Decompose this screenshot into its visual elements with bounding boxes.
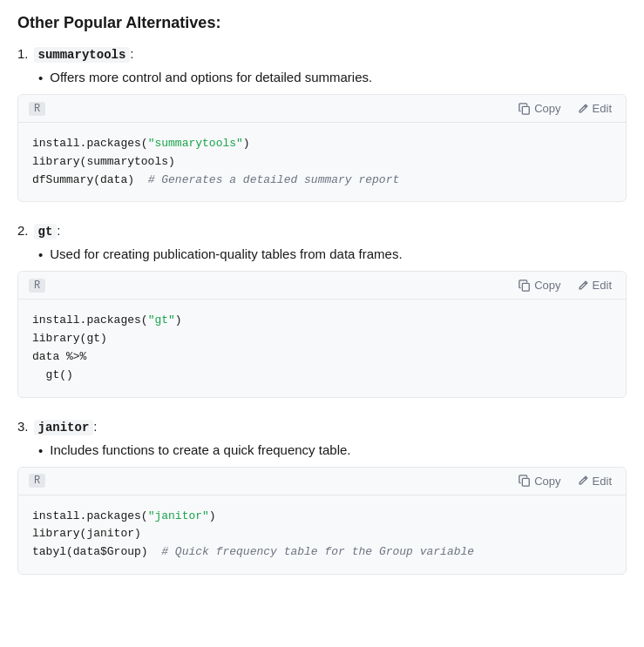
section-number: 2.	[17, 223, 29, 238]
code-line: library(janitor)	[32, 525, 612, 543]
code-actions: CopyEdit	[515, 473, 615, 489]
code-token: tabyl(data$Group)	[32, 545, 161, 558]
edit-label: Edit	[593, 279, 612, 292]
code-actions: CopyEdit	[515, 277, 615, 293]
svg-rect-0	[523, 106, 530, 114]
bullet-description: Used for creating publication-quality ta…	[50, 246, 402, 261]
alternatives-list: 1.summarytools:•Offers more control and …	[17, 46, 627, 575]
page-heading: Other Popular Alternatives:	[17, 14, 627, 32]
copy-button[interactable]: Copy	[515, 100, 564, 117]
bullet-dot: •	[38, 247, 43, 262]
lang-badge: R	[29, 279, 45, 293]
code-block: RCopyEditinstall.packages("gt")library(g…	[17, 271, 627, 397]
bullet-item: •Offers more control and options for det…	[38, 70, 627, 85]
section-title: 2.gt:	[17, 223, 627, 239]
code-token: # Quick frequency table for the Group va…	[161, 545, 474, 558]
edit-icon	[577, 103, 589, 115]
code-token: )	[243, 137, 250, 150]
code-token: "summarytools"	[148, 137, 243, 150]
alternative-item: 1.summarytools:•Offers more control and …	[17, 46, 627, 202]
bullet-dot: •	[38, 71, 43, 85]
code-line: install.packages("summarytools")	[32, 135, 612, 153]
code-token: library(gt)	[32, 332, 107, 345]
code-line: data %>%	[32, 348, 612, 367]
section-colon: :	[130, 46, 133, 61]
code-body: install.packages("summarytools")library(…	[18, 123, 626, 201]
copy-label: Copy	[534, 102, 560, 115]
code-block: RCopyEditinstall.packages("janitor")libr…	[17, 467, 627, 575]
lang-badge: R	[29, 474, 45, 488]
code-token: )	[209, 509, 216, 522]
section-label: janitor	[34, 420, 94, 435]
code-header: RCopyEdit	[18, 272, 626, 300]
code-token: )	[175, 313, 182, 327]
edit-icon	[577, 475, 589, 487]
copy-label: Copy	[534, 475, 560, 488]
bullet-item: •Used for creating publication-quality t…	[38, 246, 627, 262]
code-token: dfSummary(data)	[32, 173, 148, 186]
copy-icon	[519, 475, 531, 487]
code-token: library(summarytools)	[32, 155, 175, 168]
code-line: library(gt)	[32, 330, 612, 348]
edit-button[interactable]: Edit	[573, 100, 615, 117]
code-line: tabyl(data$Group) # Quick frequency tabl…	[32, 543, 612, 562]
alternative-item: 2.gt:•Used for creating publication-qual…	[17, 223, 627, 397]
edit-button[interactable]: Edit	[573, 277, 615, 293]
edit-label: Edit	[593, 102, 612, 115]
section-colon: :	[93, 419, 97, 434]
code-line: install.packages("gt")	[32, 312, 612, 330]
code-token: "janitor"	[148, 509, 209, 522]
code-body: install.packages("gt")library(gt)data %>…	[18, 300, 626, 396]
code-body: install.packages("janitor")library(janit…	[18, 495, 626, 574]
code-line: install.packages("janitor")	[32, 508, 612, 526]
section-title: 1.summarytools:	[17, 46, 627, 63]
section-label: gt	[34, 224, 58, 239]
edit-label: Edit	[593, 475, 612, 488]
code-token: data %>%	[32, 350, 86, 363]
code-token: gt()	[32, 368, 73, 381]
bullet-description: Includes functions to create a quick fre…	[50, 442, 350, 457]
code-token: library(janitor)	[32, 527, 141, 540]
code-line: gt()	[32, 367, 612, 385]
code-token: # Generates a detailed summary report	[148, 173, 400, 186]
code-header: RCopyEdit	[18, 95, 626, 123]
section-number: 3.	[17, 419, 29, 434]
section-title: 3.janitor:	[17, 419, 627, 435]
section-label: summarytools	[34, 47, 131, 63]
code-line: dfSummary(data) # Generates a detailed s…	[32, 172, 612, 190]
code-token: install.packages(	[32, 313, 148, 327]
code-header: RCopyEdit	[18, 468, 626, 495]
edit-icon	[577, 280, 589, 292]
bullet-item: •Includes functions to create a quick fr…	[38, 442, 627, 458]
edit-button[interactable]: Edit	[573, 473, 615, 489]
lang-badge: R	[29, 102, 45, 116]
code-actions: CopyEdit	[515, 100, 615, 117]
bullet-dot: •	[38, 443, 43, 458]
copy-icon	[519, 103, 531, 115]
svg-rect-1	[523, 283, 530, 291]
bullet-description: Offers more control and options for deta…	[50, 70, 372, 84]
copy-button[interactable]: Copy	[515, 277, 564, 293]
svg-rect-2	[523, 478, 530, 486]
copy-label: Copy	[534, 279, 560, 292]
code-block: RCopyEditinstall.packages("summarytools"…	[17, 94, 627, 202]
copy-icon	[519, 280, 531, 292]
section-number: 1.	[17, 46, 29, 61]
code-token: "gt"	[148, 313, 175, 327]
section-colon: :	[57, 223, 60, 238]
code-token: install.packages(	[32, 137, 148, 150]
alternative-item: 3.janitor:•Includes functions to create …	[17, 419, 627, 575]
code-line: library(summarytools)	[32, 153, 612, 172]
code-token: install.packages(	[32, 509, 148, 522]
copy-button[interactable]: Copy	[515, 473, 564, 489]
